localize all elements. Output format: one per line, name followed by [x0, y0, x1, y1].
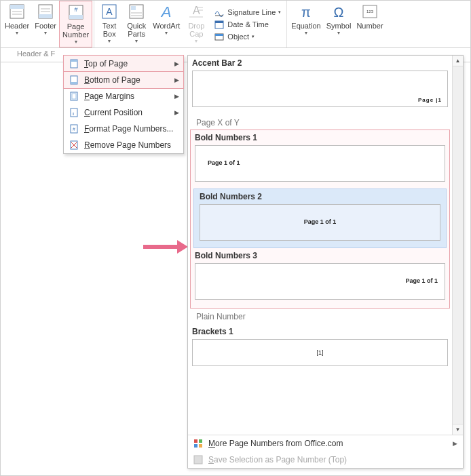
drop-cap-icon: A — [187, 3, 206, 20]
caret-icon: ▾ — [195, 38, 197, 44]
menu-current-position[interactable]: Current PositionCurrent Position ▶ — [64, 104, 183, 121]
equation-icon: π — [297, 3, 316, 20]
group-header-footer: Header ▾ Footer ▾ # Page Number ▾ — [1, 1, 94, 47]
gallery-item-brackets-1-title: Brackets 1 — [188, 324, 452, 338]
drop-cap-label: Drop Cap — [188, 22, 204, 38]
text-box-icon: A — [100, 3, 119, 20]
gallery-category-page-x-of-y: Page X of Y — [188, 114, 452, 130]
svg-rect-34 — [71, 82, 77, 84]
scroll-up-button[interactable]: ▲ — [453, 56, 463, 66]
page-margins-icon — [68, 92, 80, 101]
header-button[interactable]: Header ▾ — [2, 1, 32, 47]
page-top-icon — [68, 59, 80, 68]
wordart-icon: A — [157, 3, 176, 20]
svg-rect-37 — [71, 108, 77, 117]
menu-format-page-numbers[interactable]: # Format Page Numbers...Format Page Numb… — [64, 121, 183, 137]
text-box-button[interactable]: A Text Box ▾ — [96, 1, 123, 47]
footer-button[interactable]: Footer ▾ — [32, 1, 59, 47]
wordart-button[interactable]: A WordArt ▾ — [150, 1, 183, 47]
object-icon — [214, 31, 225, 42]
submenu-arrow-icon: ▶ — [174, 93, 179, 100]
format-icon: # — [68, 124, 80, 134]
office-icon — [193, 439, 203, 448]
submenu-arrow-icon: ▶ — [174, 109, 179, 116]
footer-label: Footer — [35, 22, 56, 30]
svg-rect-44 — [194, 439, 197, 443]
ribbon: Header ▾ Footer ▾ # Page Number ▾ A Text… — [1, 1, 470, 48]
preview-text: Page 1 of 1 — [208, 159, 240, 166]
group-symbols: π Equation ▾ Ω Symbol ▾ 123 Number — [287, 1, 387, 47]
signature-line-button[interactable]: Signature Line ▾ — [214, 7, 281, 18]
svg-rect-14 — [131, 6, 136, 10]
equation-button[interactable]: π Equation ▾ — [288, 1, 323, 47]
svg-rect-47 — [199, 444, 202, 448]
number-button[interactable]: 123 Number — [354, 1, 385, 47]
gallery-item-brackets-1[interactable]: [1] — [192, 339, 448, 366]
remove-icon — [68, 140, 80, 150]
text-box-label: Text Box — [102, 22, 116, 38]
object-label: Object — [227, 33, 249, 41]
gallery-item-bold-numbers-3-block: Bold Numbers 3 Page 1 of 1 — [191, 248, 449, 300]
drop-cap-button[interactable]: A Drop Cap ▾ — [183, 1, 210, 47]
gallery-item-accent-bar-2[interactable]: Page |1 — [192, 71, 448, 107]
symbol-icon: Ω — [329, 3, 348, 20]
symbol-button[interactable]: Ω Symbol ▾ — [324, 1, 354, 47]
date-time-label: Date & Time — [227, 20, 269, 28]
gallery-item-bold-numbers-3-title: Bold Numbers 3 — [191, 248, 449, 262]
gallery-item-bold-numbers-1[interactable]: Page 1 of 1 — [195, 145, 445, 182]
svg-rect-10 — [69, 15, 83, 19]
svg-text:π: π — [301, 5, 311, 20]
gallery-item-bold-numbers-2[interactable]: Page 1 of 1 — [200, 204, 440, 241]
svg-rect-48 — [194, 456, 202, 464]
quick-parts-icon — [127, 3, 146, 20]
current-position-icon — [68, 108, 80, 117]
caret-icon: ▾ — [305, 30, 307, 36]
menu-top-of-page[interactable]: TTop of Pageop of Page ▶ — [64, 56, 183, 72]
signature-icon — [214, 7, 225, 18]
svg-text:#: # — [74, 6, 77, 13]
object-button[interactable]: Object ▾ — [214, 31, 281, 42]
menu-bottom-of-page[interactable]: Bottom of PageBottom of Page ▶ — [64, 72, 183, 88]
signature-label: Signature Line — [227, 8, 276, 16]
svg-text:A: A — [160, 3, 172, 20]
svg-text:Ω: Ω — [334, 5, 344, 20]
group-text: A Text Box ▾ Quick Parts ▾ A WordArt ▾ A… — [94, 1, 287, 47]
caret-icon: ▾ — [278, 9, 281, 15]
page-number-icon: # — [67, 3, 86, 21]
menu-page-margins[interactable]: Page MarginsPage Margins ▶ — [64, 88, 183, 104]
submenu-arrow-icon: ▶ — [174, 60, 179, 67]
gallery-item-bold-numbers-3[interactable]: Page 1 of 1 — [195, 263, 445, 300]
scroll-down-button[interactable]: ▼ — [453, 424, 463, 435]
caret-icon: ▾ — [337, 30, 340, 36]
svg-rect-32 — [71, 60, 77, 62]
caret-icon: ▾ — [75, 39, 77, 45]
header-label: Header — [5, 22, 29, 30]
caret-icon: ▾ — [165, 30, 168, 36]
gallery-scroll-area: Accent Bar 2 Page |1 Page X of Y Bold Nu… — [188, 56, 463, 435]
gallery-scrollbar[interactable]: ▲ ▼ — [452, 56, 463, 435]
svg-rect-26 — [215, 34, 223, 36]
caret-icon: ▾ — [16, 30, 18, 36]
number-icon: 123 — [360, 3, 379, 20]
svg-rect-45 — [199, 439, 202, 443]
caret-icon: ▾ — [44, 30, 47, 36]
menu-remove-page-numbers[interactable]: Remove Page NumbersRemove Page Numbers — [64, 137, 183, 153]
svg-rect-46 — [194, 444, 197, 448]
submenu-arrow-icon: ▶ — [174, 77, 179, 83]
svg-text:A: A — [107, 6, 113, 17]
page-bottom-icon — [68, 75, 80, 85]
page-number-menu: TTop of Pageop of Page ▶ Bottom of PageB… — [63, 55, 184, 154]
quick-parts-button[interactable]: Quick Parts ▾ — [123, 1, 150, 47]
more-from-office-button[interactable]: More Page Numbers from Office.comMore Pa… — [188, 435, 463, 452]
caret-icon: ▾ — [135, 38, 138, 44]
annotation-arrow — [143, 245, 177, 249]
equation-label: Equation — [291, 22, 320, 30]
gallery-item-accent-bar-2-title: Accent Bar 2 — [188, 56, 452, 69]
page-number-button[interactable]: # Page Number ▾ — [59, 1, 92, 47]
caret-icon: ▾ — [108, 38, 111, 44]
date-time-button[interactable]: Date & Time — [214, 19, 281, 30]
preview-text: Page 1 of 1 — [304, 218, 337, 225]
gallery-item-bold-numbers-1-block: Bold Numbers 1 Page 1 of 1 — [191, 130, 449, 182]
svg-rect-1 — [10, 5, 24, 9]
gallery-item-bold-numbers-1-title: Bold Numbers 1 — [191, 130, 449, 144]
